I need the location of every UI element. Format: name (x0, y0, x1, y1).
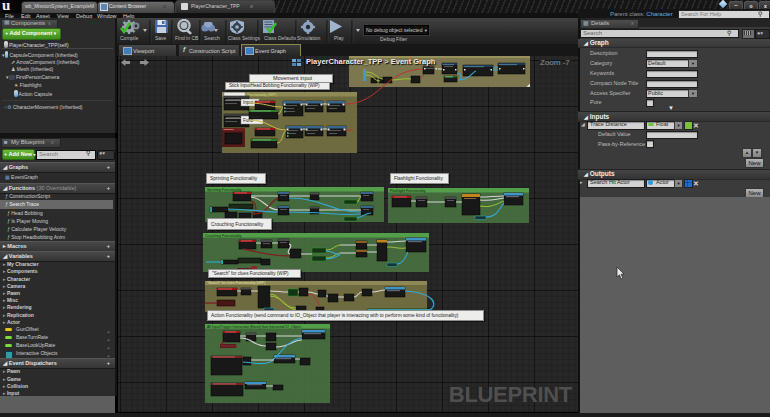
svg-text:Flashlight Functionality: Flashlight Functionality (390, 189, 426, 193)
svg-text:Sprinting Functionality: Sprinting Functionality (207, 188, 242, 192)
svg-text:Crouching Functionality: Crouching Functionality (205, 234, 242, 238)
svg-text:"Search" for clues Functionali: "Search" for clues Functionality (WIP) (207, 281, 265, 285)
svg-text:All Input/Trigger Interaction: All Input/Trigger Interaction (Event) th… (207, 325, 301, 329)
